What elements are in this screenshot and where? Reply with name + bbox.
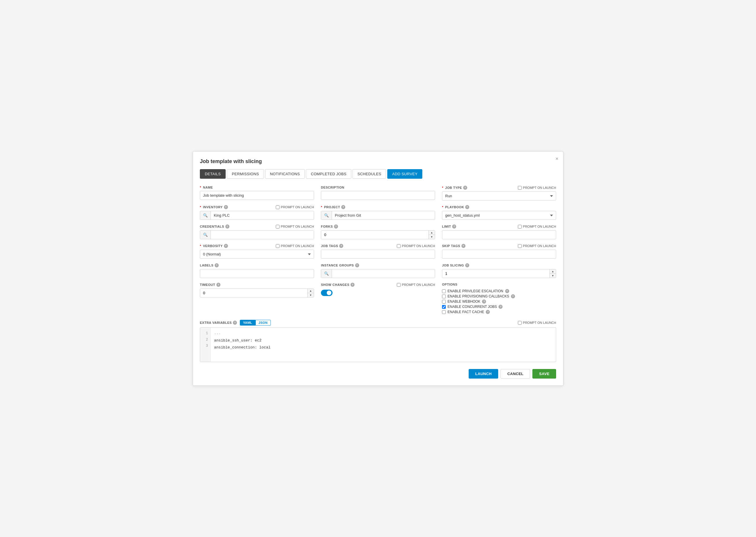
timeout-spinner-buttons: ▲ ▼ bbox=[307, 289, 314, 297]
project-label: PROJECT ? bbox=[321, 205, 345, 209]
credentials-prompt-checkbox[interactable] bbox=[276, 225, 279, 228]
job-type-field-group: JOB TYPE ? PROMPT ON LAUNCH Run Check bbox=[442, 186, 556, 200]
modal-title: Job template with slicing bbox=[200, 158, 556, 165]
webhook-label: ENABLE WEBHOOK bbox=[447, 300, 480, 304]
inventory-help-icon: ? bbox=[224, 205, 228, 209]
extra-variables-prompt-checkbox[interactable] bbox=[518, 321, 522, 325]
extra-variables-editor[interactable]: 1 2 3 --- ansible_ssh_user: ec2 ansible_… bbox=[200, 327, 556, 362]
save-button[interactable]: SAVE bbox=[532, 369, 556, 379]
fact-cache-checkbox[interactable] bbox=[442, 310, 446, 314]
forks-label: FORKS ? bbox=[321, 225, 338, 228]
instance-groups-search-button[interactable]: 🔍 bbox=[321, 269, 332, 278]
format-json-button[interactable]: JSON bbox=[256, 320, 271, 326]
tab-schedules[interactable]: SCHEDULES bbox=[353, 169, 386, 179]
job-type-prompt-checkbox[interactable] bbox=[518, 186, 522, 190]
concurrent-jobs-help-icon: ? bbox=[498, 305, 503, 309]
limit-prompt-label: PROMPT ON LAUNCH bbox=[518, 225, 556, 228]
webhook-checkbox[interactable] bbox=[442, 300, 446, 304]
launch-button[interactable]: LAUNCH bbox=[469, 369, 498, 379]
skip-tags-label: SKIP TAGS ? bbox=[442, 244, 466, 248]
provisioning-callbacks-checkbox[interactable] bbox=[442, 295, 446, 298]
tab-notifications[interactable]: NOTIFICATIONS bbox=[265, 169, 305, 179]
timeout-increment-button[interactable]: ▲ bbox=[308, 289, 314, 293]
forks-increment-button[interactable]: ▲ bbox=[429, 230, 435, 235]
provisioning-callbacks-help-icon: ? bbox=[511, 294, 515, 298]
labels-field-group: LABELS ? bbox=[200, 263, 314, 278]
cancel-button[interactable]: CANCEL bbox=[500, 369, 530, 379]
verbosity-prompt-checkbox[interactable] bbox=[276, 244, 279, 248]
inventory-prompt-label: PROMPT ON LAUNCH bbox=[276, 205, 314, 209]
timeout-spinner: ▲ ▼ bbox=[200, 288, 314, 298]
instance-groups-field-group: INSTANCE GROUPS ? 🔍 bbox=[321, 263, 435, 278]
tab-add-survey[interactable]: ADD SURVEY bbox=[387, 169, 422, 179]
timeout-label: TIMEOUT ? bbox=[200, 283, 221, 287]
extra-variables-help-icon: ? bbox=[233, 321, 237, 325]
skip-tags-input[interactable] bbox=[442, 250, 556, 259]
format-yaml-button[interactable]: YAML bbox=[240, 320, 255, 326]
job-type-select[interactable]: Run Check bbox=[442, 191, 556, 200]
job-slicing-decrement-button[interactable]: ▼ bbox=[550, 274, 556, 278]
instance-groups-input[interactable] bbox=[332, 269, 435, 278]
job-slicing-input[interactable] bbox=[442, 269, 550, 278]
option-concurrent-jobs: ENABLE CONCURRENT JOBS ? bbox=[442, 305, 556, 309]
credentials-input[interactable] bbox=[211, 230, 314, 239]
tab-details[interactable]: DETAILS bbox=[200, 169, 226, 179]
inventory-prompt-checkbox[interactable] bbox=[276, 205, 279, 209]
job-tags-prompt-checkbox[interactable] bbox=[397, 244, 400, 248]
show-changes-prompt-label: PROMPT ON LAUNCH bbox=[397, 283, 435, 287]
forks-input[interactable] bbox=[321, 230, 428, 239]
option-privilege-escalation: ENABLE PRIVILEGE ESCALATION ? bbox=[442, 289, 556, 293]
job-slicing-label: JOB SLICING ? bbox=[442, 263, 469, 267]
forks-decrement-button[interactable]: ▼ bbox=[429, 235, 435, 239]
project-help-icon: ? bbox=[341, 205, 345, 209]
show-changes-prompt-checkbox[interactable] bbox=[397, 283, 400, 287]
project-search-button[interactable]: 🔍 bbox=[321, 211, 332, 220]
code-content[interactable]: --- ansible_ssh_user: ec2 ansible_connec… bbox=[211, 328, 556, 362]
tab-permissions[interactable]: PERMISSIONS bbox=[227, 169, 264, 179]
option-provisioning-callbacks: ENABLE PROVISIONING CALLBACKS ? bbox=[442, 294, 556, 298]
name-input[interactable] bbox=[200, 191, 314, 200]
job-type-help-icon: ? bbox=[463, 186, 467, 190]
inventory-input[interactable] bbox=[211, 211, 314, 220]
inventory-search-button[interactable]: 🔍 bbox=[200, 211, 211, 220]
timeout-input[interactable] bbox=[200, 289, 307, 297]
limit-prompt-checkbox[interactable] bbox=[518, 225, 522, 228]
inventory-label: INVENTORY ? bbox=[200, 205, 228, 209]
forks-field-group: FORKS ? ▲ ▼ bbox=[321, 225, 435, 239]
labels-label: LABELS ? bbox=[200, 263, 219, 267]
skip-tags-prompt-label: PROMPT ON LAUNCH bbox=[518, 244, 556, 248]
inventory-input-wrapper: 🔍 bbox=[200, 211, 314, 220]
description-label: DESCRIPTION bbox=[321, 186, 344, 189]
fact-cache-help-icon: ? bbox=[486, 310, 490, 314]
limit-field-group: LIMIT ? PROMPT ON LAUNCH bbox=[442, 225, 556, 239]
footer-actions: LAUNCH CANCEL SAVE bbox=[200, 369, 556, 379]
project-input[interactable] bbox=[332, 211, 435, 220]
close-button[interactable]: × bbox=[555, 156, 559, 161]
playbook-field-group: PLAYBOOK ? gen_host_status.yml bbox=[442, 205, 556, 220]
privilege-escalation-checkbox[interactable] bbox=[442, 289, 446, 293]
instance-groups-input-wrapper: 🔍 bbox=[321, 269, 435, 278]
show-changes-label: SHOW CHANGES ? bbox=[321, 283, 355, 287]
tab-bar: DETAILS PERMISSIONS NOTIFICATIONS COMPLE… bbox=[200, 169, 556, 179]
skip-tags-prompt-checkbox[interactable] bbox=[518, 244, 522, 248]
credentials-field-group: CREDENTIALS ? PROMPT ON LAUNCH 🔍 bbox=[200, 225, 314, 239]
credentials-search-button[interactable]: 🔍 bbox=[200, 230, 211, 239]
verbosity-field-group: VERBOSITY ? PROMPT ON LAUNCH 0 (Normal) … bbox=[200, 244, 314, 259]
extra-variables-prompt-label: PROMPT ON LAUNCH bbox=[518, 321, 556, 325]
limit-input[interactable] bbox=[442, 230, 556, 239]
fact-cache-label: ENABLE FACT CACHE bbox=[447, 310, 484, 314]
labels-input[interactable] bbox=[200, 269, 314, 278]
tab-completed-jobs[interactable]: COMPLETED JOBS bbox=[306, 169, 351, 179]
job-tags-label: JOB TAGS ? bbox=[321, 244, 343, 248]
verbosity-select[interactable]: 0 (Normal) 1 (Verbose) 2 (More Verbose) … bbox=[200, 250, 314, 259]
timeout-decrement-button[interactable]: ▼ bbox=[308, 293, 314, 297]
forks-help-icon: ? bbox=[334, 225, 338, 228]
verbosity-label: VERBOSITY ? bbox=[200, 244, 228, 248]
provisioning-callbacks-label: ENABLE PROVISIONING CALLBACKS bbox=[447, 294, 509, 298]
concurrent-jobs-checkbox[interactable] bbox=[442, 305, 446, 309]
show-changes-toggle[interactable] bbox=[321, 290, 332, 296]
playbook-select[interactable]: gen_host_status.yml bbox=[442, 211, 556, 220]
job-tags-input[interactable] bbox=[321, 250, 435, 259]
description-input[interactable] bbox=[321, 191, 435, 200]
job-slicing-increment-button[interactable]: ▲ bbox=[550, 269, 556, 274]
